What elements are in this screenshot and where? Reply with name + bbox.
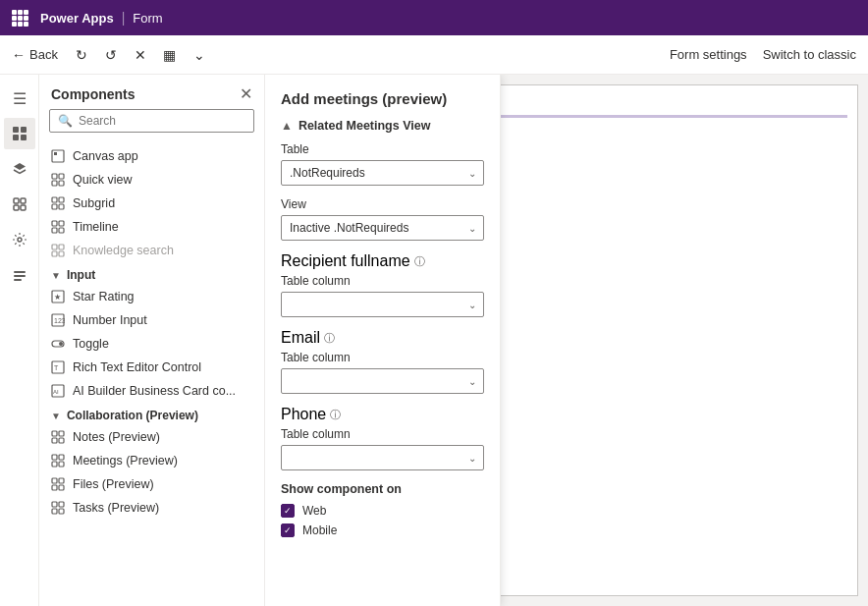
sidebar-close-button[interactable]: ✕ [240, 84, 252, 103]
svg-rect-53 [59, 502, 64, 507]
svg-rect-9 [14, 271, 26, 273]
svg-rect-23 [59, 221, 64, 226]
nav-layers-icon[interactable] [4, 153, 35, 185]
sidebar-item-timeline[interactable]: Timeline [39, 215, 264, 239]
canvas-app-icon [51, 149, 65, 163]
quick-view-icon [51, 173, 65, 187]
table-select[interactable]: .NotRequireds [281, 160, 484, 186]
web-checkbox[interactable]: ✓ [281, 504, 295, 518]
table-select-wrapper: .NotRequireds ⌄ [281, 160, 484, 186]
grid-icon[interactable] [12, 10, 28, 27]
sidebar-item-subgrid[interactable]: Subgrid [39, 192, 264, 215]
sidebar-item-label: Rich Text Editor Control [73, 360, 201, 374]
svg-rect-54 [52, 509, 57, 514]
nav-home-icon[interactable]: ☰ [4, 83, 35, 114]
phone-column-select[interactable] [281, 445, 484, 470]
show-component-section: Show component on ✓ Web ✓ Mobile [281, 482, 484, 537]
web-checkbox-row: ✓ Web [281, 504, 484, 518]
search-input[interactable] [79, 114, 245, 128]
sidebar-search-box[interactable]: 🔍 [49, 109, 254, 133]
nav-components-icon[interactable] [4, 118, 35, 149]
timeline-icon [51, 220, 65, 234]
more-button[interactable]: ⌄ [186, 41, 213, 69]
svg-rect-46 [52, 462, 57, 467]
cut-button[interactable]: ✕ [127, 41, 154, 69]
svg-rect-28 [52, 251, 57, 256]
panel-section-header: ▲ Related Meetings View [281, 119, 484, 133]
sidebar-item-quick-view[interactable]: Quick view [39, 168, 264, 192]
recipient-column-select[interactable] [281, 292, 484, 317]
nav-fields-icon[interactable] [4, 189, 35, 220]
redo-button[interactable]: ↺ [97, 41, 125, 69]
svg-rect-11 [14, 279, 22, 281]
view-label: View [281, 197, 484, 211]
email-label-row: Email ⓘ [281, 329, 484, 347]
toggle-icon [51, 337, 65, 351]
number-input-icon: 123 [51, 313, 65, 327]
sidebar-item-label: Quick view [73, 173, 132, 187]
form-label: Form [133, 11, 162, 26]
svg-rect-44 [52, 455, 57, 460]
secondbar-actions: Form settings Switch to classic [670, 47, 856, 62]
sidebar-item-meetings[interactable]: Meetings (Preview) [39, 449, 264, 472]
grid-nav-icon [12, 126, 27, 141]
svg-rect-43 [59, 438, 64, 443]
collaboration-section-header[interactable]: ▼ Collaboration (Preview) [39, 403, 264, 425]
web-label: Web [302, 504, 326, 518]
sidebar-item-ai-builder[interactable]: AI AI Builder Business Card co... [39, 379, 264, 403]
sidebar-item-tasks[interactable]: Tasks (Preview) [39, 496, 264, 520]
svg-text:★: ★ [54, 293, 61, 302]
input-section-header[interactable]: ▼ Input [39, 262, 264, 285]
sidebar-item-canvas-app[interactable]: Canvas app [39, 144, 264, 168]
phone-info-icon[interactable]: ⓘ [330, 408, 341, 422]
sidebar-content: Canvas app Quick view Subgrid Timeline K… [39, 140, 264, 606]
svg-rect-15 [59, 174, 64, 179]
email-info-icon[interactable]: ⓘ [324, 331, 335, 346]
email-column-select[interactable] [281, 368, 484, 394]
sidebar-item-label: Timeline [73, 220, 119, 234]
section-collapse-icon[interactable]: ▲ [281, 119, 293, 133]
sidebar-item-toggle[interactable]: Toggle [39, 332, 264, 356]
svg-rect-48 [52, 478, 57, 483]
mobile-checkbox[interactable]: ✓ [281, 523, 295, 537]
svg-rect-14 [52, 174, 57, 179]
sidebar-item-label: AI Builder Business Card co... [73, 384, 236, 398]
phone-label-row: Phone ⓘ [281, 406, 484, 423]
nav-misc-icon[interactable] [4, 259, 35, 291]
search-icon: 🔍 [58, 114, 73, 128]
content-area: Add meetings (preview) ▲ Related Meeting… [265, 75, 868, 606]
sidebar-item-notes[interactable]: Notes (Preview) [39, 425, 264, 449]
svg-rect-18 [52, 197, 57, 202]
form-settings-link[interactable]: Form settings [670, 47, 747, 62]
svg-rect-26 [52, 245, 57, 249]
svg-rect-17 [59, 181, 64, 186]
sidebar-item-star-rating[interactable]: ★ Star Rating [39, 285, 264, 308]
table-label: Table [281, 142, 484, 156]
switch-classic-link[interactable]: Switch to classic [763, 47, 856, 62]
phone-label: Phone [281, 406, 326, 423]
nav-settings-icon[interactable] [4, 224, 35, 255]
svg-rect-24 [52, 228, 57, 233]
svg-text:123: 123 [54, 317, 65, 324]
svg-rect-41 [59, 431, 64, 436]
recipient-info-icon[interactable]: ⓘ [414, 254, 425, 269]
knowledge-search-icon [51, 244, 65, 257]
files-icon [51, 477, 65, 491]
back-button[interactable]: ← Back [12, 47, 58, 63]
sidebar-item-rich-text[interactable]: T Rich Text Editor Control [39, 356, 264, 379]
svg-rect-16 [52, 181, 57, 186]
sidebar-item-knowledge-search[interactable]: Knowledge search [39, 239, 264, 262]
view-select[interactable]: Inactive .NotRequireds [281, 215, 484, 241]
copy-button[interactable]: ▦ [156, 41, 184, 69]
recipient-label-row: Recipient fullname ⓘ [281, 252, 484, 270]
svg-rect-7 [21, 205, 26, 210]
secondbar: ← Back ↻ ↺ ✕ ▦ ⌄ Form settings Switch to… [0, 35, 868, 75]
mobile-checkmark-icon: ✓ [284, 525, 292, 535]
svg-rect-21 [59, 204, 64, 209]
undo-button[interactable]: ↻ [68, 41, 95, 69]
table-column-label-recipient: Table column [281, 274, 484, 288]
sidebar-item-files[interactable]: Files (Preview) [39, 472, 264, 496]
sidebar-item-number-input[interactable]: 123 Number Input [39, 308, 264, 332]
svg-rect-4 [14, 198, 19, 203]
table-column-label-phone: Table column [281, 427, 484, 441]
